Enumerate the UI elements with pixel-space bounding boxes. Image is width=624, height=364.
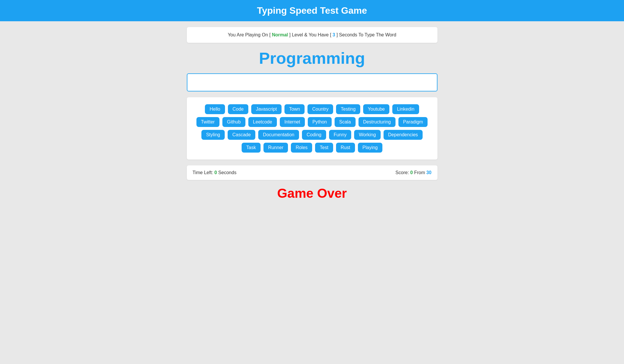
score-value: 0 [410, 170, 413, 175]
word-badge[interactable]: Paradigm [398, 117, 428, 127]
score-label: Score: [396, 170, 409, 175]
word-badge[interactable]: Github [222, 117, 245, 127]
info-time-bracket-close: ] [335, 32, 339, 37]
time-value: 0 [215, 170, 217, 175]
word-badge[interactable]: Documentation [258, 130, 299, 140]
word-badge[interactable]: Dependencies [384, 130, 423, 140]
word-badge[interactable]: Hello [205, 104, 225, 114]
word-badge[interactable]: Task [242, 143, 261, 153]
word-badge[interactable]: Internet [280, 117, 305, 127]
time-unit: Seconds [218, 170, 236, 175]
word-badge[interactable]: Scala [335, 117, 356, 127]
app-title: Typing Speed Test Game [0, 5, 624, 16]
word-badge[interactable]: Cascade [228, 130, 255, 140]
word-badge[interactable]: Funny [329, 130, 351, 140]
time-left-label: Time Left: [193, 170, 213, 175]
word-badge[interactable]: Rust [336, 143, 355, 153]
word-badge[interactable]: Country [307, 104, 333, 114]
score-total: 30 [426, 170, 432, 175]
info-middle: Level & You Have [292, 32, 328, 37]
app-header: Typing Speed Test Game [0, 0, 624, 21]
word-badge[interactable]: Styling [201, 130, 225, 140]
info-suffix: Seconds To Type The Word [339, 32, 396, 37]
score-display: Score: 0 From 30 [396, 170, 432, 175]
typing-input[interactable] [187, 73, 437, 91]
game-over-message: Game Over [187, 186, 437, 201]
word-badge[interactable]: Youtube [363, 104, 389, 114]
word-badge[interactable]: Test [315, 143, 333, 153]
info-level-bracket-close: ] [288, 32, 292, 37]
main-content: You Are Playing On [ Normal ] Level & Yo… [181, 21, 443, 206]
time-left-display: Time Left: 0 Seconds [193, 170, 237, 175]
word-badge[interactable]: Testing [336, 104, 360, 114]
word-badge[interactable]: Roles [291, 143, 312, 153]
info-box: You Are Playing On [ Normal ] Level & Yo… [187, 27, 437, 43]
info-level: Normal [272, 32, 288, 37]
word-badge[interactable]: Twitter [196, 117, 219, 127]
info-time: 3 [333, 32, 335, 37]
word-badge[interactable]: Code [228, 104, 248, 114]
info-level-bracket-open: [ [269, 32, 272, 37]
word-badge[interactable]: Working [354, 130, 380, 140]
words-container: HelloCodeJavascriptTownCountryTestingYou… [187, 97, 437, 160]
word-badge[interactable]: Coding [302, 130, 326, 140]
info-prefix: You Are Playing On [228, 32, 268, 37]
score-from: From [414, 170, 425, 175]
word-badge[interactable]: Python [308, 117, 332, 127]
word-badge[interactable]: Destructuring [358, 117, 396, 127]
current-word-display: Programming [187, 49, 437, 68]
word-badge[interactable]: Linkedin [392, 104, 419, 114]
info-time-bracket-open: [ [330, 32, 333, 37]
word-badge[interactable]: Playing [358, 143, 382, 153]
word-badge[interactable]: Leetcode [248, 117, 277, 127]
word-badge[interactable]: Javascript [251, 104, 282, 114]
status-bar: Time Left: 0 Seconds Score: 0 From 30 [187, 165, 437, 180]
word-badge[interactable]: Runner [263, 143, 288, 153]
word-badge[interactable]: Town [284, 104, 305, 114]
